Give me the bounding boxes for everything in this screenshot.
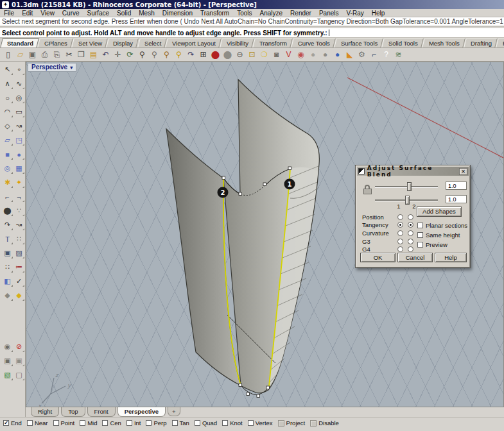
polyline-icon[interactable]: ∧ bbox=[2, 78, 13, 90]
checkbox-icon[interactable] bbox=[146, 420, 152, 426]
sphere-group-dark-icon[interactable]: ⬤ bbox=[2, 205, 13, 217]
color-wheel-icon[interactable]: ◉ bbox=[295, 49, 307, 60]
checkbox-icon[interactable] bbox=[222, 420, 228, 426]
help-button[interactable]: Help bbox=[435, 253, 467, 262]
checkbox-icon[interactable] bbox=[172, 420, 178, 426]
zoom-selected-icon[interactable]: ⚲ bbox=[173, 49, 185, 60]
match-curve-icon[interactable]: ↝ bbox=[13, 219, 24, 231]
osnap-toggle[interactable]: Point bbox=[53, 419, 75, 427]
no-entry-icon[interactable]: ⊘ bbox=[13, 341, 24, 353]
hide-object-icon[interactable]: ◉ bbox=[2, 341, 13, 353]
open-folder-icon[interactable]: ▱ bbox=[14, 49, 26, 60]
menu-item[interactable]: Dimension bbox=[159, 10, 196, 17]
point-grid-icon[interactable]: ∷ bbox=[13, 233, 24, 245]
stone-icon[interactable]: ◆ bbox=[2, 289, 13, 301]
dialog-checkbox[interactable]: Same height bbox=[417, 230, 469, 240]
corner-surface-icon[interactable]: ◳ bbox=[13, 134, 24, 146]
boolean-icon[interactable]: ✱ bbox=[2, 176, 13, 189]
save-icon[interactable]: ▣ bbox=[26, 49, 39, 60]
menu-item[interactable]: File bbox=[0, 10, 18, 17]
blend-curve-icon[interactable]: ↷ bbox=[2, 219, 13, 231]
command-prompt-line[interactable]: Select control point to adjust. Hold ALT… bbox=[0, 28, 504, 38]
menu-item[interactable]: Analyze bbox=[256, 10, 287, 17]
checkbox-icon[interactable] bbox=[195, 420, 200, 426]
frame-object-icon[interactable]: ▢ bbox=[13, 369, 24, 381]
close-icon[interactable]: ✕ bbox=[459, 168, 467, 175]
torus-icon[interactable]: ◎ bbox=[2, 162, 13, 174]
check-icon[interactable]: ✓ bbox=[13, 275, 24, 287]
checkbox-icon[interactable] bbox=[126, 420, 132, 426]
menu-item[interactable]: Solid bbox=[113, 10, 135, 17]
render-icon[interactable]: ⬤ bbox=[209, 49, 222, 60]
viewport-tab[interactable]: Front bbox=[87, 407, 116, 417]
sphere-group-light-icon[interactable]: ∵ bbox=[13, 205, 24, 217]
osnap-mode-button[interactable]: Disable bbox=[310, 419, 339, 427]
toolbar-tab[interactable]: Display bbox=[107, 38, 139, 47]
dialog-checkbox[interactable]: Preview bbox=[417, 240, 469, 249]
text-icon[interactable]: T bbox=[2, 233, 13, 245]
continuity-radio-2[interactable] bbox=[408, 239, 413, 244]
viewport-layout-icon[interactable]: ⊞ bbox=[197, 49, 209, 60]
surface-icon[interactable]: ▱ bbox=[2, 134, 13, 146]
checkbox-icon[interactable] bbox=[80, 420, 85, 426]
continuity-radio-1[interactable] bbox=[397, 239, 403, 244]
blend-slider-1[interactable] bbox=[375, 182, 438, 191]
lock-sliders-icon[interactable] bbox=[363, 185, 372, 195]
osnap-toggle[interactable]: Near bbox=[27, 419, 48, 427]
zoom-icon[interactable]: ⚲ bbox=[136, 49, 148, 60]
menu-item[interactable]: Transform bbox=[196, 10, 233, 17]
add-shapes-button[interactable]: Add Shapes bbox=[417, 207, 462, 217]
continuity-radio-2[interactable] bbox=[408, 246, 413, 252]
osnap-toggle[interactable]: ✔End bbox=[3, 419, 22, 427]
sphere-icon[interactable]: ● bbox=[13, 148, 24, 160]
copy-icon[interactable]: ❐ bbox=[75, 49, 87, 60]
menu-item[interactable]: View bbox=[37, 10, 58, 17]
checkbox-icon[interactable] bbox=[248, 420, 254, 426]
checkbox-icon[interactable] bbox=[102, 420, 108, 426]
menu-item[interactable]: Help bbox=[368, 10, 389, 17]
freeform-curve-icon[interactable]: ↝ bbox=[13, 120, 24, 132]
checkbox-icon[interactable] bbox=[53, 420, 59, 426]
toolbar-tab[interactable]: Visibility bbox=[220, 38, 254, 47]
toolbar-tab[interactable]: Standard bbox=[0, 38, 39, 47]
cut-icon[interactable]: ✂ bbox=[63, 49, 75, 60]
menu-item[interactable]: V-Ray bbox=[343, 10, 368, 17]
blend-slider-2[interactable] bbox=[375, 196, 438, 205]
checkbox-icon[interactable]: ✔ bbox=[3, 420, 9, 426]
polygon-icon[interactable]: ◇ bbox=[2, 120, 13, 132]
fillet-icon[interactable]: ✦ bbox=[13, 176, 24, 189]
block-icon[interactable]: ▣ bbox=[2, 247, 13, 259]
diamond-icon[interactable]: ◆ bbox=[13, 289, 24, 301]
osnap-toggle[interactable]: Knot bbox=[222, 419, 243, 427]
mesh-icon[interactable]: ▦ bbox=[13, 162, 24, 174]
dialog-title-bar[interactable]: Adjust Surface Blend ✕ bbox=[357, 167, 469, 176]
arc-icon[interactable]: ◠ bbox=[2, 106, 13, 118]
ok-button[interactable]: OK bbox=[360, 253, 395, 262]
show-object-icon[interactable]: ▣ bbox=[2, 355, 13, 367]
menu-item[interactable]: Panels bbox=[315, 10, 343, 17]
checkbox-icon[interactable] bbox=[27, 420, 33, 426]
continuity-radio-1[interactable] bbox=[397, 222, 403, 228]
box-icon[interactable]: ■ bbox=[2, 148, 13, 160]
material-ball-blue-icon[interactable]: ● bbox=[331, 49, 343, 60]
toolbar-tab[interactable]: Curve Tools bbox=[291, 38, 335, 47]
flat-button-icon[interactable] bbox=[278, 420, 284, 427]
array-icon[interactable]: ∷ bbox=[2, 261, 13, 273]
rotate-view-icon[interactable]: ⟳ bbox=[124, 49, 136, 60]
cplane-icon[interactable]: ⊡ bbox=[246, 49, 258, 60]
named-view-icon[interactable]: ⊖ bbox=[234, 49, 246, 60]
undo-view-icon[interactable]: ↷ bbox=[185, 49, 197, 60]
flat-button-icon[interactable] bbox=[310, 420, 317, 427]
continuity-radio-1[interactable] bbox=[397, 214, 403, 220]
cancel-button[interactable]: Cancel bbox=[397, 253, 433, 262]
undo-icon[interactable]: ↶ bbox=[100, 49, 112, 60]
checkbox-icon[interactable] bbox=[417, 223, 423, 228]
toolbar-tab[interactable]: CPlanes bbox=[37, 38, 73, 47]
environment-icon[interactable]: ≋ bbox=[392, 49, 404, 60]
spotlight-icon[interactable]: ◣ bbox=[343, 49, 356, 60]
viewport-tab[interactable]: Right bbox=[31, 407, 59, 417]
toolbar-tab[interactable]: Transform bbox=[252, 38, 292, 47]
osnap-toggle[interactable]: Int bbox=[126, 419, 141, 427]
toolbar-tab[interactable]: Solid Tools bbox=[382, 38, 424, 47]
lock-icon[interactable]: ◙ bbox=[270, 49, 282, 60]
